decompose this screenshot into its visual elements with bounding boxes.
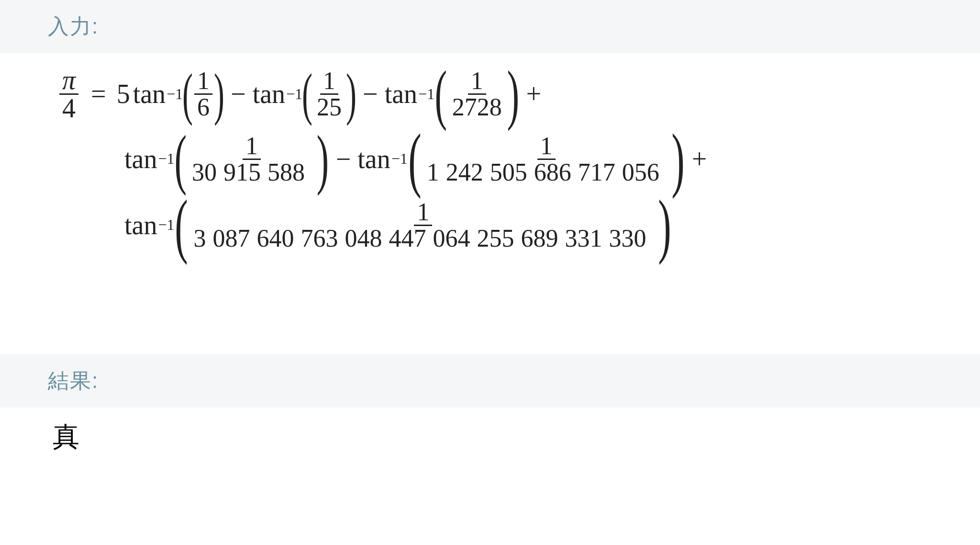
equals-sign: = <box>91 80 106 108</box>
term-0-op: − <box>231 80 246 108</box>
rparen-icon: ) <box>507 68 519 121</box>
term-1-fn: tan <box>253 80 285 108</box>
term-2-den: 2728 <box>449 95 505 120</box>
input-label: 入力: <box>48 14 99 38</box>
term-1-den: 25 <box>314 95 345 120</box>
term-5-exp: −1 <box>158 217 174 233</box>
term-5-fn: tan <box>124 211 157 239</box>
lparen-icon: ( <box>175 132 187 186</box>
input-section-header: 入力: <box>0 0 980 53</box>
lhs-numerator: π <box>62 65 76 95</box>
term-2-arg: 1 2728 <box>449 68 505 120</box>
term-0-coef: 5 <box>117 80 130 108</box>
term-0-den: 6 <box>194 95 212 120</box>
result-label: 結果: <box>48 369 99 392</box>
lparen-icon: ( <box>435 68 447 121</box>
term-3-exp: −1 <box>158 151 174 167</box>
rparen-icon: ) <box>671 130 684 188</box>
spacer <box>0 254 980 354</box>
lparen-icon: ( <box>408 130 421 188</box>
term-0-fn: tan <box>133 80 166 108</box>
term-3-num: 1 <box>243 134 261 160</box>
lhs-denominator: 4 <box>59 95 78 122</box>
term-4-num: 1 <box>537 134 556 160</box>
term-5-den: 3087640763048447064255689331330 <box>190 226 656 251</box>
term-1-op: − <box>363 80 378 108</box>
rparen-icon: ) <box>317 132 329 186</box>
term-3-fn: tan <box>124 145 157 173</box>
equation-line-1: π 4 = 5 tan−1 ( 1 6 ) − tan−1 ( 1 25 ) −… <box>57 67 980 122</box>
equation-line-2: tan−1 ( 1 30915588 ) − tan−1 ( 1 1242505… <box>124 130 980 188</box>
equation-line-3: tan−1 ( 1 308764076304844706425568933133… <box>124 196 980 254</box>
term-1-exp: −1 <box>286 86 302 102</box>
term-4-fn: tan <box>357 145 390 173</box>
term-1-num: 1 <box>320 68 338 95</box>
lparen-icon: ( <box>175 196 188 254</box>
result-value: 真 <box>0 419 980 455</box>
term-0-exp: −1 <box>167 86 183 102</box>
result-section-header: 結果: <box>0 354 980 408</box>
term-2-exp: −1 <box>418 86 434 102</box>
lhs-fraction: π 4 <box>59 67 78 122</box>
term-3-den: 30915588 <box>189 160 314 185</box>
term-0-arg: 1 6 <box>194 68 212 120</box>
term-2-op: + <box>526 80 541 108</box>
term-4-den: 1242505686717056 <box>424 160 669 185</box>
term-1-arg: 1 25 <box>314 68 345 120</box>
term-2-fn: tan <box>385 80 417 108</box>
term-3-arg: 1 30915588 <box>189 134 314 185</box>
rparen-icon: ) <box>214 71 224 117</box>
term-5-arg: 1 3087640763048447064255689331330 <box>190 200 656 251</box>
rparen-icon: ) <box>658 196 671 254</box>
term-5-num: 1 <box>414 200 432 226</box>
term-3-op: − <box>336 145 351 173</box>
lparen-icon: ( <box>182 71 193 117</box>
term-4-op: + <box>692 145 707 173</box>
term-0-num: 1 <box>194 68 212 95</box>
term-4-exp: −1 <box>391 151 408 167</box>
lparen-icon: ( <box>302 71 312 117</box>
equation-block: π 4 = 5 tan−1 ( 1 6 ) − tan−1 ( 1 25 ) −… <box>0 53 980 254</box>
rparen-icon: ) <box>346 71 356 117</box>
term-2-num: 1 <box>468 68 486 95</box>
term-4-arg: 1 1242505686717056 <box>424 134 669 185</box>
